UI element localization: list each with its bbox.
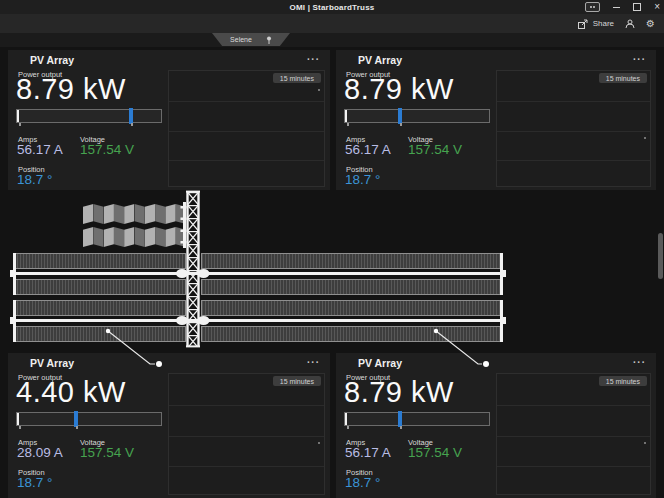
window-titlebar: OMI | StarboardTruss × xyxy=(0,0,664,14)
trend-chart: 15 minutes xyxy=(496,373,651,495)
position-value: 18.7 ° xyxy=(345,476,380,490)
radiator-panel-row xyxy=(83,204,186,224)
amps-value: 56.17 A xyxy=(345,143,391,157)
gauge-zero-marker xyxy=(345,413,347,425)
card-header: PV Array ··· xyxy=(8,353,330,372)
chart-gridline xyxy=(169,131,324,132)
pin-icon xyxy=(266,36,272,44)
person-icon xyxy=(625,19,635,29)
card-title: PV Array xyxy=(30,357,74,369)
minimize-button[interactable] xyxy=(613,7,620,8)
radiator-panel-row xyxy=(83,227,186,247)
pv-array-card: PV Array ··· Power output 4.40 kW Amps 2… xyxy=(8,353,330,498)
feedback-button[interactable] xyxy=(625,19,635,29)
power-gauge-slider[interactable] xyxy=(344,109,490,123)
maximize-icon xyxy=(633,3,641,11)
scene-tab[interactable]: Selene xyxy=(212,33,290,46)
more-options-button[interactable]: ··· xyxy=(633,357,646,368)
gauge-tick xyxy=(347,123,349,126)
window-title: OMI | StarboardTruss xyxy=(0,3,664,12)
card-title: PV Array xyxy=(30,54,74,66)
power-gauge-slider[interactable] xyxy=(16,412,162,426)
chart-gridline xyxy=(169,436,324,437)
position-value: 18.7 ° xyxy=(17,173,52,187)
trend-chart: 15 minutes xyxy=(496,70,651,187)
time-range-badge[interactable]: 15 minutes xyxy=(599,376,647,386)
share-label: Share xyxy=(593,19,614,28)
more-options-button[interactable]: ··· xyxy=(307,54,320,65)
more-options-button[interactable]: ··· xyxy=(633,54,646,65)
minimize-icon xyxy=(613,7,620,8)
power-output-value: 8.79 kW xyxy=(16,75,126,104)
pv-array-card: PV Array ··· Power output 8.79 kW Amps 5… xyxy=(336,50,656,190)
voltage-value: 157.54 V xyxy=(408,143,462,157)
gauge-zero-marker xyxy=(345,110,347,122)
pv-array-card: PV Array ··· Power output 8.79 kW Amps 5… xyxy=(336,353,656,498)
vertical-scrollbar[interactable] xyxy=(658,233,663,279)
solar-array-wing-bottom-right xyxy=(201,300,503,342)
voltage-value: 157.54 V xyxy=(408,446,462,460)
time-range-badge[interactable]: 15 minutes xyxy=(273,73,321,83)
gauge-zero-marker xyxy=(17,110,19,122)
power-output-value: 8.79 kW xyxy=(344,378,454,407)
gauge-tick xyxy=(19,426,21,429)
chart-gridline xyxy=(169,405,324,406)
card-title: PV Array xyxy=(358,54,402,66)
share-icon xyxy=(578,19,589,29)
chart-data-point xyxy=(318,89,320,91)
gauge-thumb[interactable] xyxy=(398,108,402,124)
gauge-tick xyxy=(347,426,349,429)
power-output-value: 4.40 kW xyxy=(16,378,126,407)
chart-gridline xyxy=(169,160,324,161)
trend-chart: 15 minutes xyxy=(168,373,325,495)
chart-gridline xyxy=(497,436,650,437)
chart-data-point xyxy=(644,442,646,444)
card-header: PV Array ··· xyxy=(8,50,330,69)
time-range-badge[interactable]: 15 minutes xyxy=(273,376,321,386)
settings-button[interactable]: ⚙ xyxy=(646,19,655,29)
display-badge-icon xyxy=(585,2,600,12)
gauge-tick xyxy=(19,123,21,126)
gauge-thumb[interactable] xyxy=(398,411,402,427)
chart-gridline xyxy=(497,101,650,102)
amps-value: 28.09 A xyxy=(17,446,63,460)
chart-gridline xyxy=(497,405,650,406)
chart-gridline xyxy=(497,160,650,161)
share-button[interactable]: Share xyxy=(578,19,614,29)
chart-data-point xyxy=(644,137,646,139)
chart-gridline xyxy=(169,466,324,467)
solar-array-wing-top-right xyxy=(201,253,503,295)
position-value: 18.7 ° xyxy=(345,173,380,187)
power-gauge-slider[interactable] xyxy=(344,412,490,426)
card-header: PV Array ··· xyxy=(336,353,656,372)
chart-gridline xyxy=(169,101,324,102)
gauge-tick xyxy=(400,426,402,429)
amps-value: 56.17 A xyxy=(345,446,391,460)
voltage-value: 157.54 V xyxy=(80,446,134,460)
position-value: 18.7 ° xyxy=(17,476,52,490)
close-button[interactable]: × xyxy=(654,2,660,12)
maximize-button[interactable] xyxy=(633,3,641,11)
gauge-thumb[interactable] xyxy=(74,411,78,427)
app-toolbar: Share ⚙ xyxy=(0,14,664,33)
amps-value: 56.17 A xyxy=(17,143,63,157)
gauge-tick xyxy=(131,123,133,126)
tab-strip: Selene xyxy=(0,33,664,47)
truss-mast xyxy=(186,191,200,347)
more-options-button[interactable]: ··· xyxy=(307,357,320,368)
voltage-value: 157.54 V xyxy=(80,143,134,157)
gauge-thumb[interactable] xyxy=(129,108,133,124)
chart-gridline xyxy=(497,466,650,467)
power-output-value: 8.79 kW xyxy=(344,75,454,104)
time-range-badge[interactable]: 15 minutes xyxy=(599,73,647,83)
scene-tab-label: Selene xyxy=(230,36,252,43)
gauge-zero-marker xyxy=(17,413,19,425)
solar-array-wing-bottom-left xyxy=(13,300,186,342)
chart-gridline xyxy=(497,131,650,132)
pv-array-card: PV Array ··· Power output 8.79 kW Amps 5… xyxy=(8,50,330,190)
chart-data-point xyxy=(318,442,320,444)
power-gauge-slider[interactable] xyxy=(16,109,162,123)
gauge-tick xyxy=(76,426,78,429)
solar-array-wing-top-left xyxy=(13,253,186,295)
gauge-tick xyxy=(400,123,402,126)
